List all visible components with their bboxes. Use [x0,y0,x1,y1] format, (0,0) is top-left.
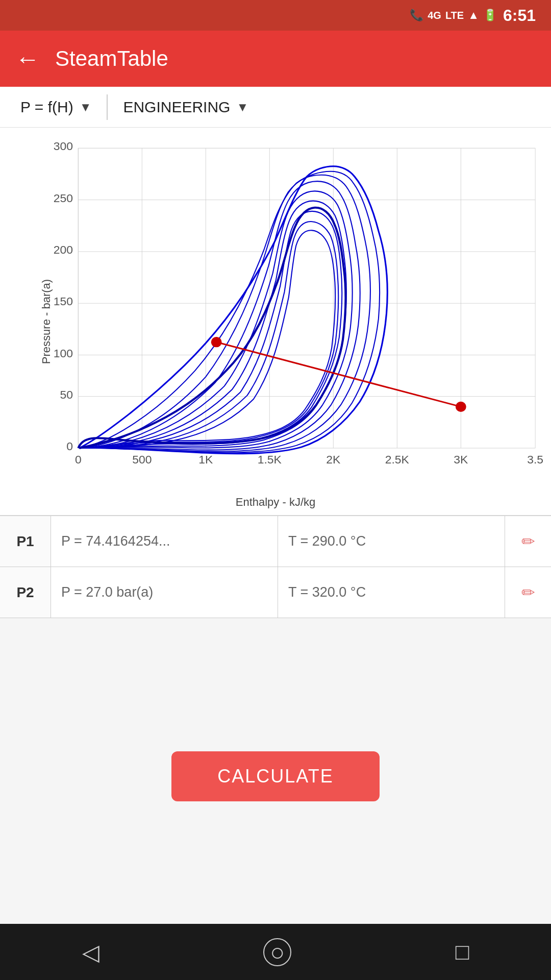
nav-recent-icon[interactable]: □ [456,939,469,965]
svg-text:250: 250 [54,192,73,205]
unit-dropdown[interactable]: ENGINEERING ▼ [113,93,259,121]
svg-point-32 [211,337,222,347]
lte-icon: LTE [445,10,464,21]
svg-text:1K: 1K [198,454,213,467]
calculate-button[interactable]: CALCULATE [171,751,379,801]
svg-text:2K: 2K [326,454,340,467]
app-title: SteamTable [55,46,168,71]
svg-text:3.5: 3.5 [527,454,543,467]
p1-edit-icon: ✏ [521,532,535,551]
p2-value1: P = 27.0 bar(a) [51,567,278,618]
unit-dropdown-arrow: ▼ [236,100,248,114]
table-row: P2 P = 27.0 bar(a) T = 320.0 °C ✏ [0,567,551,618]
p1-label: P1 [0,516,51,567]
p2-value2: T = 320.0 °C [278,567,505,618]
nav-home-icon[interactable]: ○ [263,938,291,966]
clock: 6:51 [503,6,536,25]
network-4g-icon: 4G [428,10,441,21]
unit-dropdown-label: ENGINEERING [123,99,230,116]
nav-bar: ◁ ○ □ [0,924,551,980]
svg-text:150: 150 [54,296,73,308]
function-dropdown-arrow: ▼ [80,100,92,114]
nav-back-icon[interactable]: ◁ [82,939,99,965]
phone-icon: 📞 [410,9,423,22]
p2-label: P2 [0,567,51,618]
svg-text:50: 50 [60,388,72,401]
button-container: CALCULATE [0,618,551,924]
p2-edit-icon: ✏ [521,583,535,602]
controls-row: P = f(H) ▼ ENGINEERING ▼ [0,87,551,128]
battery-icon: 🔋 [483,9,497,22]
svg-text:1.5K: 1.5K [258,454,282,467]
status-bar: 📞 4G LTE ▲ 🔋 6:51 [0,0,551,31]
p1-edit-button[interactable]: ✏ [505,516,551,567]
function-dropdown[interactable]: P = f(H) ▼ [10,93,102,121]
signal-icon: ▲ [468,9,479,22]
chart-container: 300 250 200 150 100 50 0 0 500 1K 1.5K 2… [0,128,551,516]
data-table: P1 P = 74.4164254... T = 290.0 °C ✏ P2 P… [0,516,551,618]
back-button[interactable]: ← [15,45,40,73]
function-dropdown-label: P = f(H) [20,99,73,116]
svg-line-31 [216,342,461,407]
app-bar: ← SteamTable [0,31,551,87]
p2-edit-button[interactable]: ✏ [505,567,551,618]
svg-text:3K: 3K [454,454,468,467]
x-axis-label: Enthalpy - kJ/kg [236,496,316,509]
steam-chart[interactable]: 300 250 200 150 100 50 0 0 500 1K 1.5K 2… [36,138,546,489]
table-row: P1 P = 74.4164254... T = 290.0 °C ✏ [0,516,551,567]
p1-value2: T = 290.0 °C [278,516,505,567]
svg-point-33 [456,402,466,412]
svg-text:0: 0 [66,440,73,453]
svg-text:200: 200 [54,243,73,256]
svg-text:500: 500 [132,454,152,467]
p1-value1: P = 74.4164254... [51,516,278,567]
status-icons: 📞 4G LTE ▲ 🔋 [410,9,497,22]
svg-text:300: 300 [54,140,73,153]
svg-text:0: 0 [75,454,82,467]
dropdown-divider [107,94,108,120]
y-axis-label: Pressure - bar(a) [40,279,53,363]
svg-text:2.5K: 2.5K [385,454,409,467]
svg-text:100: 100 [54,347,73,360]
